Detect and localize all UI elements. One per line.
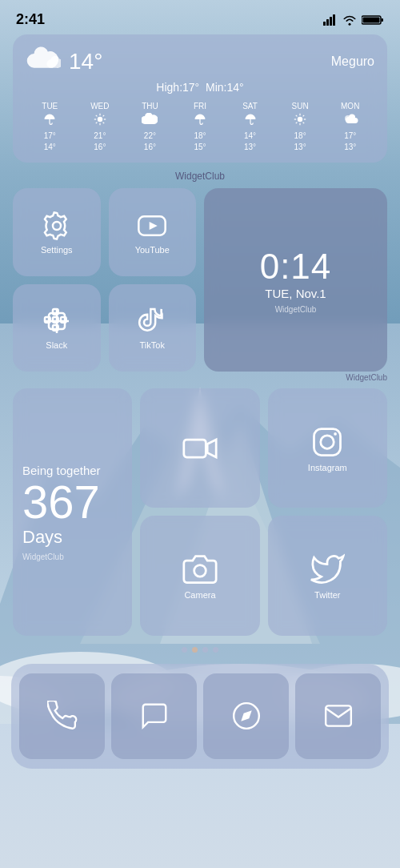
svg-rect-48 [314,428,341,455]
together-unit: Days [22,527,122,548]
svg-line-32 [303,115,305,117]
weather-hilo: High:17° Min:14° [26,81,374,94]
together-number: 367 [22,478,122,527]
clock-widget: 0:14 TUE, Nov.1 WidgetClub [204,188,387,372]
weather-day-sun: SUN 18° 13° [276,102,325,151]
camera-video-app[interactable] [140,388,259,508]
camera-label: Camera [184,590,215,600]
svg-line-30 [296,115,298,117]
svg-rect-12 [333,14,335,26]
widget-club-banner: WidgetClub [13,171,387,182]
safari-dock-item[interactable] [203,673,289,759]
instagram-icon [310,424,345,460]
svg-line-24 [96,123,98,124]
page-dot-1 [182,647,187,653]
weather-day-sat: SAT 14° 13° [226,102,274,151]
weather-day-thu: THU 22° 16° [126,102,174,151]
status-time: 2:41 [16,11,45,28]
page-dot-2 [192,647,198,653]
weather-day-fri: FRI 18° 15° [176,102,225,151]
svg-rect-14 [382,18,384,22]
youtube-label: YouTube [135,245,170,255]
svg-point-50 [334,432,338,436]
signal-icon [323,14,338,26]
settings-label: Settings [41,245,73,255]
phone-icon [47,701,78,731]
instagram-label: Instagram [308,463,347,472]
phone-dock-item[interactable] [19,673,105,759]
twitter-icon [310,552,345,587]
tiktok-icon [136,305,168,337]
slack-label: Slack [46,340,67,350]
weather-location: Meguro [331,54,374,69]
svg-line-22 [102,123,104,124]
mail-dock-item[interactable] [295,673,381,759]
svg-rect-11 [330,17,332,26]
camera-app[interactable]: Camera [140,516,259,635]
together-widget: Being together 367 Days WidgetClub [13,388,132,636]
tiktok-app[interactable]: TikTok [109,284,197,372]
weather-day-mon: MON 17° 13° [326,102,374,151]
clock-widget-label: WidgetClub [275,305,317,314]
messages-dock-item[interactable] [111,673,197,759]
settings-icon [41,210,73,242]
svg-line-31 [303,123,305,124]
svg-line-33 [296,123,298,124]
svg-point-49 [321,435,334,448]
instagram-app[interactable]: Instagram [268,388,387,508]
svg-rect-46 [184,440,206,457]
weather-day-tue: TUE 17° 14° [26,102,74,151]
svg-line-23 [102,115,104,117]
camera-icon [182,552,218,587]
svg-point-35 [53,222,61,230]
svg-marker-37 [150,222,158,230]
weather-days: TUE 17° 14° WED 21° 16° THU 22° 16° FRI … [26,102,374,151]
svg-point-51 [194,565,206,577]
page-dot-3 [202,647,208,653]
svg-marker-47 [207,440,216,457]
youtube-app[interactable]: YouTube [109,188,197,276]
weather-day-wed: WED 21° 16° [76,102,125,151]
youtube-icon [136,210,168,242]
weather-widget: 14° Meguro High:17° Min:14° TUE 17° 14° … [13,34,387,163]
svg-point-16 [98,117,102,122]
svg-point-25 [298,117,302,122]
svg-rect-10 [326,19,329,26]
svg-rect-15 [363,17,380,22]
weather-temp: 14° [69,49,102,74]
twitter-label: Twitter [314,590,340,600]
mail-icon [323,701,354,731]
weather-cloud-icon [26,46,61,78]
safari-icon [231,701,262,731]
page-dots [13,647,387,653]
video-camera-icon [182,431,218,466]
status-icons [323,14,384,26]
svg-line-21 [96,115,98,117]
svg-marker-53 [241,710,251,721]
svg-rect-9 [323,22,326,26]
settings-app[interactable]: Settings [13,188,101,276]
page-dot-4 [213,647,218,653]
status-bar: 2:41 [0,0,400,34]
messages-icon [139,701,170,731]
widgetclub-clock-label: WidgetClub [13,373,387,382]
clock-date: TUE, Nov.1 [265,287,326,300]
slack-icon [41,305,73,337]
wifi-icon [342,14,357,26]
clock-time: 0:14 [260,247,332,287]
twitter-app[interactable]: Twitter [268,516,387,635]
battery-icon [362,14,384,26]
together-widget-label: WidgetClub [22,553,122,561]
tiktok-label: TikTok [140,340,165,350]
dock [11,664,389,769]
slack-app[interactable]: Slack [13,284,101,372]
